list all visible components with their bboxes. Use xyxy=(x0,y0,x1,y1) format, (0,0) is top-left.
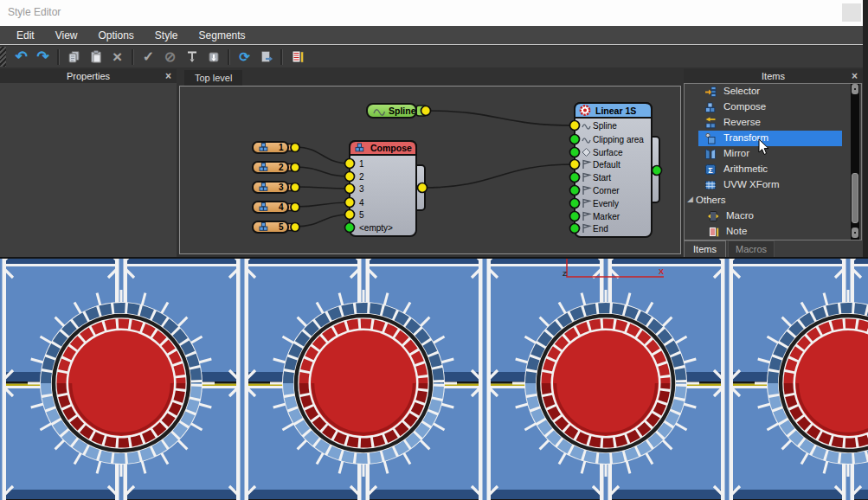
export-button[interactable] xyxy=(256,48,276,67)
item-label: Note xyxy=(726,226,747,236)
svg-text:Σ: Σ xyxy=(708,166,713,175)
delete-button[interactable]: × xyxy=(107,48,127,67)
items-panel: Items × SelectorComposeReverseTransformM… xyxy=(684,69,863,257)
undo-button[interactable]: ↶ xyxy=(11,48,31,67)
menu-view[interactable]: View xyxy=(46,28,87,43)
tab-items[interactable]: Items xyxy=(684,240,726,257)
export-icon xyxy=(259,49,274,65)
sidebar-item-compose[interactable]: Compose xyxy=(685,99,861,115)
node-port-green[interactable] xyxy=(570,212,580,221)
scroll-up-button[interactable] xyxy=(852,84,858,94)
axis-z-label: Z xyxy=(563,270,567,278)
viewport-3d[interactable]: ZX xyxy=(0,257,868,500)
pin-top-button[interactable] xyxy=(182,48,202,67)
node-wire xyxy=(295,167,350,176)
notes-icon xyxy=(290,49,305,65)
node-label: 5 xyxy=(279,222,284,232)
undo-icon: ↶ xyxy=(15,49,27,64)
item-label: Macro xyxy=(726,210,754,221)
sidebar-item-reverse[interactable]: Reverse xyxy=(685,115,861,131)
node-port-yellow[interactable] xyxy=(291,144,299,152)
node-port-green[interactable] xyxy=(345,223,355,233)
scroll-down-button[interactable] xyxy=(852,228,858,238)
copy-button[interactable] xyxy=(64,48,84,67)
selector-icon xyxy=(704,86,717,98)
redo-icon: ↷ xyxy=(36,49,48,64)
tab-top-level[interactable]: Top level xyxy=(184,70,242,86)
group-expand-icon[interactable]: ◢ xyxy=(687,195,693,203)
node-port-yellow[interactable] xyxy=(291,223,299,232)
scrollbar-thumb[interactable] xyxy=(852,173,858,223)
node-graph-canvas[interactable]: Spline12345Compose12345<empty>Linear 1SS… xyxy=(179,86,681,254)
node-graph: Spline12345Compose12345<empty>Linear 1SS… xyxy=(180,87,680,253)
apply-button[interactable]: ✓ xyxy=(138,48,158,67)
node-port-yellow[interactable] xyxy=(291,163,299,172)
redo-button[interactable]: ↷ xyxy=(33,48,53,67)
item-label: UVW XForm xyxy=(723,179,780,189)
node-port-green[interactable] xyxy=(570,173,580,183)
menu-edit[interactable]: Edit xyxy=(7,28,44,43)
node-port-yellow[interactable] xyxy=(345,198,355,208)
node-port-yellow[interactable] xyxy=(570,121,580,131)
node-label: 3 xyxy=(359,184,364,194)
node-port-green[interactable] xyxy=(570,135,580,144)
items-panel-header[interactable]: Items × xyxy=(684,69,863,83)
node-port-green[interactable] xyxy=(570,148,580,157)
node-port-yellow[interactable] xyxy=(345,172,355,182)
cubes-icon xyxy=(261,203,265,207)
close-icon[interactable]: × xyxy=(852,69,858,83)
properties-panel-header[interactable]: Properties × xyxy=(0,69,177,83)
tab-macros[interactable]: Macros xyxy=(728,240,775,257)
sidebar-item-mirror[interactable]: Mirror xyxy=(685,146,861,162)
arithmetic-icon: Σ xyxy=(704,163,717,176)
sidebar-item-arithmetic[interactable]: ΣArithmetic xyxy=(685,162,861,177)
menu-options[interactable]: Options xyxy=(88,28,143,43)
node-port-yellow[interactable] xyxy=(570,160,580,170)
node-port-yellow[interactable] xyxy=(345,210,355,220)
node-port-yellow[interactable] xyxy=(291,203,299,212)
refresh-button[interactable]: ⟳ xyxy=(235,48,254,67)
paste-button[interactable] xyxy=(86,48,106,67)
items-group-others[interactable]: ◢Others xyxy=(685,193,861,208)
cubes-icon xyxy=(356,148,359,151)
items-title: Items xyxy=(762,71,785,81)
toolbar-grip[interactable] xyxy=(0,47,6,67)
copy-icon xyxy=(67,49,82,65)
selection-highlight xyxy=(698,131,842,146)
node-port-yellow[interactable] xyxy=(421,106,431,116)
properties-title: Properties xyxy=(67,71,110,81)
menu-segments[interactable]: Segments xyxy=(190,28,255,43)
node-port-green[interactable] xyxy=(570,224,580,234)
toolbar: ↶ ↷ × ✓ ⊘ ⟳ xyxy=(0,46,868,67)
pin-top-icon xyxy=(184,49,200,65)
close-icon[interactable]: × xyxy=(165,69,171,83)
node-port-yellow[interactable] xyxy=(418,183,428,193)
cubes-icon xyxy=(264,227,267,230)
note-icon xyxy=(707,226,719,238)
node-port-yellow[interactable] xyxy=(291,183,299,192)
node-label: 5 xyxy=(359,210,364,220)
node-label: Clipping area xyxy=(593,135,644,144)
window-button[interactable] xyxy=(842,3,861,22)
node-port-green[interactable] xyxy=(570,199,580,208)
node-port-green[interactable] xyxy=(653,166,662,176)
node-port-green[interactable] xyxy=(570,186,580,196)
node-label: 4 xyxy=(359,198,364,208)
toolbar-separator xyxy=(57,49,60,65)
menu-style[interactable]: Style xyxy=(145,28,188,43)
sidebar-item-uvw-xform[interactable]: UVW XForm xyxy=(685,177,861,193)
disable-button[interactable]: ⊘ xyxy=(160,48,180,67)
node-label: 4 xyxy=(279,202,284,212)
notes-button[interactable] xyxy=(287,48,307,67)
sidebar-item-macro[interactable]: Macro xyxy=(685,208,861,224)
sidebar-item-transform[interactable]: Transform xyxy=(685,131,861,146)
pin-bottom-button[interactable] xyxy=(203,48,223,67)
node-port-yellow[interactable] xyxy=(345,184,355,194)
node-label: Start xyxy=(593,173,611,183)
sidebar-item-note[interactable]: Note xyxy=(685,224,861,240)
items-scrollbar[interactable] xyxy=(851,84,859,240)
node-port-yellow[interactable] xyxy=(345,159,355,169)
item-label: Arithmetic xyxy=(723,163,768,174)
toolbar-separator xyxy=(228,49,230,65)
sidebar-item-selector[interactable]: Selector xyxy=(685,84,861,99)
